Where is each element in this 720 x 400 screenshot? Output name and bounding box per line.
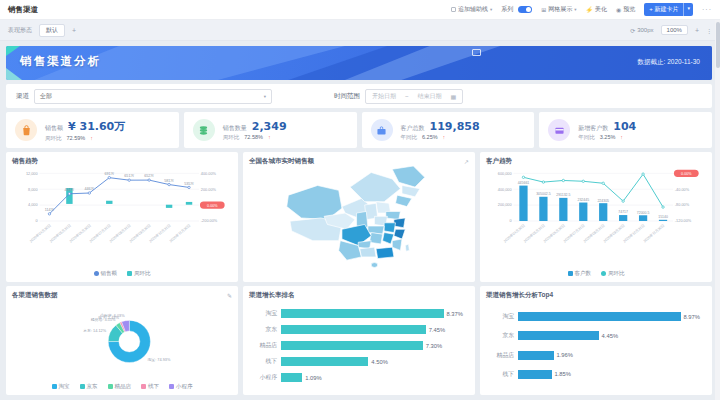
panel-growth-top4: 渠道销售增长分析Top4 淘宝8.97%京东4.45%精品店1.96%线下1.8… bbox=[480, 286, 712, 395]
bar[interactable] bbox=[518, 370, 552, 379]
customer-trend-chart[interactable]: 600,000400,000200,0000-40.00%-80.00%-120… bbox=[486, 166, 706, 269]
coins-icon bbox=[193, 119, 215, 141]
banner-widget-icon bbox=[472, 49, 481, 56]
new-card-button[interactable]: + 新建卡片 ▾ bbox=[644, 3, 693, 16]
svg-text:446万: 446万 bbox=[84, 187, 94, 191]
svg-text:4,000: 4,000 bbox=[28, 203, 38, 207]
legend-item[interactable]: 销售额 bbox=[94, 270, 118, 277]
bar-row[interactable]: 线下4.50% bbox=[251, 357, 463, 366]
aux-line-control[interactable]: 追加辅助线 ▾ bbox=[451, 5, 492, 14]
chevron-down-icon: ▾ bbox=[490, 7, 492, 12]
bar-row[interactable]: 京东7.45% bbox=[251, 325, 463, 334]
legend-item[interactable]: 精品店 bbox=[108, 383, 132, 390]
legend-item[interactable]: 淘宝 bbox=[52, 383, 70, 390]
svg-text:-120.00%: -120.00% bbox=[675, 219, 692, 223]
bar-category-label: 精品店 bbox=[251, 341, 277, 350]
svg-text:2020年11月30日: 2020年11月30日 bbox=[169, 223, 192, 243]
kpi-card-customer-total: 客户总数119,858 年同比6.25%↑ bbox=[362, 112, 535, 148]
bar-value-label: 4.45% bbox=[602, 333, 618, 339]
up-arrow-icon: ↑ bbox=[90, 135, 93, 142]
data-deadline: 数据截止: 2020-11-30 bbox=[638, 58, 700, 67]
end-date-input[interactable]: 结束日期 bbox=[418, 92, 442, 101]
china-map-svg bbox=[249, 166, 469, 278]
calendar-icon: ▦ bbox=[451, 93, 457, 100]
window-scrollbar[interactable] bbox=[715, 20, 720, 400]
growth-rank-chart[interactable]: 淘宝8.37%京东7.45%精品店7.30%线下4.50%小程序1.09% bbox=[249, 300, 469, 391]
tab-default[interactable]: 默认 bbox=[39, 24, 65, 37]
beautify-button[interactable]: ⚡ 美化 bbox=[586, 5, 608, 14]
panel-growth-rank: 渠道增长率排名 淘宝8.37%京东7.45%精品店7.30%线下4.50%小程序… bbox=[243, 286, 475, 395]
expand-icon[interactable]: ↗ bbox=[464, 158, 469, 165]
svg-text:0.00%: 0.00% bbox=[681, 172, 692, 176]
channel-filter: 渠道 全部 ▾ bbox=[16, 89, 272, 104]
bar[interactable] bbox=[281, 341, 423, 350]
bar-row[interactable]: 淘宝8.97% bbox=[488, 312, 700, 321]
svg-text:445661: 445661 bbox=[518, 181, 530, 185]
bar-row[interactable]: 京东4.45% bbox=[488, 331, 700, 340]
svg-text:淘宝: 74.93%: 淘宝: 74.93% bbox=[148, 357, 171, 362]
channel-select[interactable]: 全部 ▾ bbox=[34, 89, 272, 104]
svg-text:72000.5: 72000.5 bbox=[637, 211, 650, 215]
tab-display-mode[interactable]: 表现形态 bbox=[8, 26, 32, 35]
bar[interactable] bbox=[281, 373, 302, 382]
svg-text:224305: 224305 bbox=[597, 199, 609, 203]
bar[interactable] bbox=[518, 331, 599, 340]
svg-text:652万: 652万 bbox=[144, 174, 154, 178]
bar-category-label: 小程序 bbox=[251, 373, 277, 382]
charts-row: 销售趋势 12,0008,0004,0000400.00%200.00%-200… bbox=[6, 152, 712, 282]
svg-text:691万: 691万 bbox=[104, 172, 114, 176]
bar-value-label: 1.09% bbox=[305, 375, 321, 381]
china-map[interactable] bbox=[249, 166, 469, 278]
legend-item[interactable]: 周环比 bbox=[127, 270, 151, 277]
sales-trend-legend: 销售额周环比 bbox=[12, 269, 232, 278]
zoom-level[interactable]: 100% bbox=[661, 25, 688, 35]
banner-corner-accent bbox=[6, 68, 22, 80]
bar[interactable] bbox=[281, 325, 426, 334]
bottom-row: 各渠道销售数据 ✎ 淘宝: 74.93%京东: 14.12%精品店: 3.55%… bbox=[6, 286, 712, 395]
svg-text:0.00%: 0.00% bbox=[207, 204, 218, 208]
date-range-picker[interactable]: 开始日期 ~ 结束日期 ▦ bbox=[365, 89, 463, 104]
svg-text:114万: 114万 bbox=[45, 208, 55, 212]
bar-row[interactable]: 小程序1.09% bbox=[251, 373, 463, 382]
toggle-on-icon[interactable] bbox=[518, 6, 532, 13]
kebab-menu-icon[interactable]: ⋮ bbox=[706, 27, 712, 34]
bar-row[interactable]: 精品店7.30% bbox=[251, 341, 463, 350]
series-toggle[interactable]: 系列 bbox=[501, 5, 532, 14]
chevron-down-icon[interactable]: ▾ bbox=[683, 3, 693, 16]
svg-text:74717: 74717 bbox=[618, 210, 628, 214]
bar-row[interactable]: 线下1.85% bbox=[488, 370, 700, 379]
legend-item[interactable]: 京东 bbox=[80, 383, 98, 390]
sales-trend-chart[interactable]: 12,0008,0004,0000400.00%200.00%-200.00%2… bbox=[12, 166, 232, 269]
channel-share-legend: 淘宝京东精品店线下小程序 bbox=[12, 382, 232, 391]
more-menu-button[interactable]: ··· bbox=[702, 6, 712, 13]
bar[interactable] bbox=[518, 351, 554, 360]
legend-item[interactable]: 小程序 bbox=[169, 383, 193, 390]
grid-display-control[interactable]: ⊞ 网格展示 ▾ bbox=[541, 5, 576, 14]
kpi-card-sales-quantity: 销售数量2,349 周环比72.58%↑ bbox=[184, 112, 357, 148]
channel-share-donut[interactable]: 淘宝: 74.93%京东: 14.12%精品店: 3.55%线下: 1.43%小… bbox=[12, 300, 232, 382]
legend-item[interactable]: 周环比 bbox=[601, 270, 625, 277]
grid-icon: ⊞ bbox=[541, 6, 546, 13]
preview-button[interactable]: ◉ 预览 bbox=[616, 5, 635, 14]
scrollbar-thumb[interactable] bbox=[716, 22, 720, 68]
bar-row[interactable]: 淘宝8.37% bbox=[251, 309, 463, 318]
kpi-value: ¥ 31.60万 bbox=[68, 119, 125, 134]
sub-toolbar: 表现形态 默认 + ⟳ 300px 100% + ⋮ bbox=[0, 20, 720, 41]
growth-top4-chart[interactable]: 淘宝8.97%京东4.45%精品店1.96%线下1.85% bbox=[486, 300, 706, 391]
bar[interactable] bbox=[518, 312, 681, 321]
bar[interactable] bbox=[281, 309, 444, 318]
legend-item[interactable]: 线下 bbox=[141, 383, 159, 390]
bar-row[interactable]: 精品店1.96% bbox=[488, 351, 700, 360]
edit-pencil-icon[interactable]: ✎ bbox=[227, 292, 232, 299]
canvas-size-control[interactable]: ⟳ 300px bbox=[630, 27, 653, 34]
bar[interactable] bbox=[281, 357, 368, 366]
bar-category-label: 线下 bbox=[251, 357, 277, 366]
filter-bar: 渠道 全部 ▾ 时间范围 开始日期 ~ 结束日期 ▦ bbox=[6, 84, 712, 108]
add-tab-button[interactable]: + bbox=[72, 27, 76, 34]
svg-text:0: 0 bbox=[510, 219, 512, 223]
kpi-sub: 周环比72.58%↑ bbox=[223, 134, 287, 141]
legend-item[interactable]: 客户数 bbox=[568, 270, 592, 277]
start-date-input[interactable]: 开始日期 bbox=[372, 92, 396, 101]
zoom-in-button[interactable]: + bbox=[695, 27, 699, 34]
up-arrow-icon: ↑ bbox=[620, 134, 623, 141]
